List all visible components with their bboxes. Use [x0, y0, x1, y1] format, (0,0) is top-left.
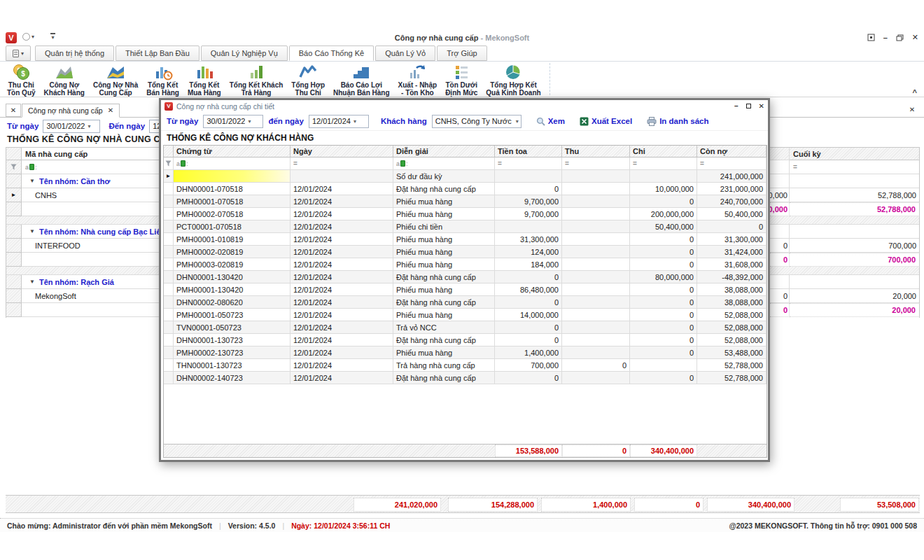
table-row[interactable]: PCT00001-07051812/01/2024Phiếu chi tiền5… — [164, 220, 766, 233]
table-row[interactable]: PMH00001-13042012/01/2024Phiếu mua hàng8… — [164, 284, 766, 296]
cell[interactable]: Đặt hàng nhà cung cấp — [393, 372, 495, 384]
cell[interactable]: 52,788,000 — [697, 372, 766, 384]
cell[interactable] — [562, 220, 630, 233]
cell[interactable]: 0 — [495, 183, 562, 195]
cell[interactable] — [562, 208, 630, 220]
customer-select[interactable]: CNHS, Công Ty Nước ...▾ — [432, 115, 522, 128]
table-row[interactable]: PMH00002-07051812/01/2024Phiếu mua hàng9… — [164, 208, 766, 220]
cell[interactable]: 9,700,000 — [495, 195, 562, 208]
cell[interactable]: PMH00001-010819 — [174, 233, 290, 246]
cell[interactable]: 700,000 — [495, 359, 562, 372]
cell[interactable]: 50,400,000 — [630, 220, 697, 233]
cell[interactable]: 0 — [495, 271, 562, 284]
tab-close-icon[interactable]: ✕ — [108, 104, 113, 117]
cell[interactable]: 0 — [630, 195, 697, 208]
dialog-to-date-input[interactable]: 12/01/2024▾ — [309, 115, 369, 128]
cell[interactable] — [562, 296, 630, 309]
filter-cell[interactable]: = — [630, 158, 697, 170]
cell[interactable]: PMH00002-070518 — [174, 208, 290, 220]
cell[interactable]: 38,088,000 — [697, 296, 766, 309]
menu-tab-quản-trị-hệ-thống[interactable]: Quản trị hệ thống — [35, 46, 114, 61]
cell[interactable]: 0 — [562, 359, 630, 372]
supplier-row-cell[interactable]: CNHS — [22, 188, 159, 202]
cell[interactable]: 12/01/2024 — [290, 334, 393, 346]
cell[interactable]: PMH00003-020819 — [174, 258, 290, 271]
cell[interactable]: Phiếu mua hàng — [393, 233, 495, 246]
cell[interactable]: Phiếu mua hàng — [393, 346, 495, 359]
filter-cell[interactable]: a: — [174, 158, 290, 170]
dialog-close-icon[interactable]: ✕ — [759, 102, 764, 110]
close-all-icon[interactable]: ✕ — [904, 104, 920, 117]
cell[interactable]: 31,300,000 — [697, 233, 766, 246]
column-header-7[interactable]: Còn nợ — [697, 146, 766, 158]
ribbon-button-list-items[interactable]: Tồn DướiĐịnh Mức — [441, 62, 482, 97]
cell[interactable]: 12/01/2024 — [290, 195, 393, 208]
cell[interactable]: 10,000,000 — [630, 183, 697, 195]
cell[interactable] — [562, 284, 630, 296]
menu-tab-trợ-giúp[interactable]: Trợ Giúp — [437, 46, 486, 61]
cell[interactable]: 0 — [697, 220, 766, 233]
table-row[interactable]: PMH00001-01081912/01/2024Phiếu mua hàng3… — [164, 233, 766, 246]
cell[interactable]: 12/01/2024 — [290, 284, 393, 296]
cell[interactable]: 52,788,000 — [697, 359, 766, 372]
cell[interactable]: TVN00001-050723 — [174, 321, 290, 334]
ribbon-button-area-chart-gray[interactable]: Công NợKhách Hàng — [40, 62, 89, 97]
cell[interactable] — [174, 170, 290, 183]
dialog-minimize-icon[interactable]: – — [734, 102, 738, 110]
cell[interactable]: 0 — [630, 246, 697, 258]
cell[interactable]: Trả hàng nhà cung cấp — [393, 359, 495, 372]
table-row[interactable]: THN00001-13072312/01/2024Trả hàng nhà cu… — [164, 359, 766, 372]
cell[interactable] — [562, 258, 630, 271]
filter-cell[interactable]: = — [495, 158, 562, 170]
cell[interactable]: 38,088,000 — [697, 284, 766, 296]
column-header-3[interactable]: Diễn giải — [393, 146, 495, 158]
cell[interactable]: Số dư đầu kỳ — [393, 170, 495, 183]
cell[interactable]: 12/01/2024 — [290, 321, 393, 334]
ribbon-button-area-chart-blue[interactable]: Công Nợ NhàCung Cấp — [89, 62, 142, 97]
supplier-row-cell[interactable]: MekongSoft — [22, 289, 159, 303]
cell[interactable] — [562, 321, 630, 334]
ribbon-button-bars-green[interactable]: Tổng Kết KháchTrả Hàng — [225, 62, 288, 97]
table-row[interactable]: PMH00003-02081912/01/2024Phiếu mua hàng1… — [164, 258, 766, 271]
cell[interactable]: PMH00001-070518 — [174, 195, 290, 208]
cell[interactable]: 12/01/2024 — [290, 208, 393, 220]
table-row[interactable]: PMH00001-05072312/01/2024Phiếu mua hàng1… — [164, 309, 766, 321]
cell[interactable]: 240,700,000 — [697, 195, 766, 208]
cell[interactable]: 12/01/2024 — [290, 220, 393, 233]
cell[interactable]: 12/01/2024 — [290, 183, 393, 195]
table-row[interactable]: DHN00001-13072312/01/2024Đặt hàng nhà cu… — [164, 334, 766, 346]
fit-window-icon[interactable] — [867, 34, 875, 41]
ribbon-button-bars-clock[interactable]: Tổng KếtBán Hàng — [142, 62, 183, 97]
cell[interactable]: DHN00001-130723 — [174, 334, 290, 346]
cell[interactable]: 31,608,000 — [697, 258, 766, 271]
cell[interactable] — [495, 170, 562, 183]
ribbon-button-area-solid[interactable]: Báo Cáo LợiNhuận Bán Hàng — [329, 62, 394, 97]
cell[interactable]: DHN00001-130420 — [174, 271, 290, 284]
cell[interactable]: 0 — [495, 321, 562, 334]
cell[interactable]: Phiếu mua hàng — [393, 309, 495, 321]
cell[interactable]: 52,088,000 — [697, 321, 766, 334]
cell[interactable]: Trả vỏ NCC — [393, 321, 495, 334]
cell[interactable]: Phiếu mua hàng — [393, 246, 495, 258]
table-row[interactable]: DHN00001-13042012/01/2024Đặt hàng nhà cu… — [164, 271, 766, 284]
cell[interactable]: 0 — [495, 334, 562, 346]
view-button[interactable]: Xem — [536, 117, 565, 126]
group-row-cell[interactable]: ▼Tên nhóm: Rạch Giá — [22, 275, 159, 289]
cell[interactable]: 52,088,000 — [697, 334, 766, 346]
cell[interactable]: 0 — [630, 321, 697, 334]
cell[interactable]: DHN00001-070518 — [174, 183, 290, 195]
cell[interactable]: DHN00002-080620 — [174, 296, 290, 309]
cell[interactable]: PMH00002-130723 — [174, 346, 290, 359]
cell[interactable]: 0 — [630, 372, 697, 384]
cell[interactable]: 0 — [630, 258, 697, 271]
table-row[interactable]: PMH00001-07051812/01/2024Phiếu mua hàng9… — [164, 195, 766, 208]
filter-row-cell[interactable]: a: — [22, 160, 159, 174]
collapse-group-icon[interactable]: ▼ — [29, 228, 35, 234]
tab-cong-no-nha-cung-cap[interactable]: Công nợ nhà cung cấp ✕ — [22, 104, 120, 118]
cell[interactable]: 241,000,000 — [697, 170, 766, 183]
filter-cell[interactable]: = — [562, 158, 630, 170]
cell[interactable]: Đặt hàng nhà cung cấp — [393, 271, 495, 284]
cell[interactable] — [495, 220, 562, 233]
cell[interactable]: 184,000 — [495, 258, 562, 271]
ribbon-button-coins[interactable]: $$Thu ChiTồn Quỹ — [3, 62, 40, 97]
